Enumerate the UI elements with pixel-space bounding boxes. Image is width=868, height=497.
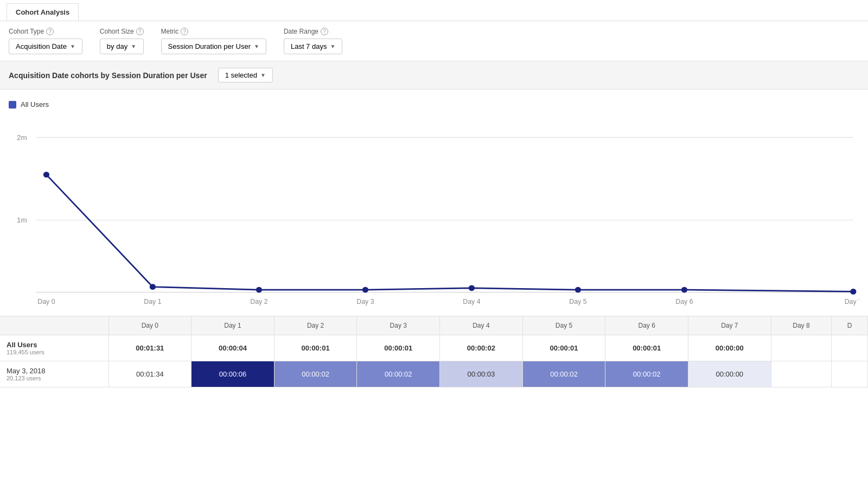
x-label-day5: Day 5 [569, 298, 586, 305]
legend-swatch [9, 101, 16, 109]
cohort-size-help-icon[interactable]: ? [136, 28, 144, 35]
may3-day4: 00:00:03 [440, 361, 523, 387]
all-users-day2: 00:00:01 [274, 335, 357, 361]
col-header-day6: Day 6 [605, 316, 688, 335]
selected-arrow-icon: ▼ [260, 72, 266, 78]
cohort-analysis-tab[interactable]: Cohort Analysis [7, 3, 79, 21]
metric-label: Metric ? [161, 28, 266, 35]
x-label-day0: Day 0 [37, 298, 55, 305]
data-point-day2[interactable] [256, 287, 262, 293]
metric-arrow-icon: ▼ [254, 43, 259, 49]
all-users-day8 [771, 335, 832, 361]
data-point-day5[interactable] [575, 287, 581, 293]
data-point-day1[interactable] [150, 284, 156, 290]
cohort-type-arrow-icon: ▼ [70, 43, 75, 49]
all-users-d [832, 335, 868, 361]
table-row-all-users: All Users 119,455 users 00:01:31 00:00:0… [0, 335, 868, 361]
all-users-day7: 00:00:00 [688, 335, 771, 361]
cohort-table-section: Day 0 Day 1 Day 2 Day 3 Day 4 Day 5 Day … [0, 316, 868, 387]
col-header-day2: Day 2 [274, 316, 357, 335]
data-point-day0[interactable] [43, 171, 49, 177]
may3-label: May 3, 2018 20,123 users [0, 361, 108, 387]
chart-title: Acquisition Date cohorts by Session Dura… [9, 71, 207, 80]
all-users-label: All Users 119,455 users [0, 335, 108, 361]
date-range-label: Date Range ? [284, 28, 342, 35]
metric-help-icon[interactable]: ? [181, 28, 188, 35]
may3-day0: 00:01:34 [108, 361, 192, 387]
may3-day6: 00:00:02 [605, 361, 688, 387]
x-label-day3: Day 3 [356, 298, 374, 305]
all-users-day5: 00:00:01 [522, 335, 605, 361]
date-range-help-icon[interactable]: ? [321, 28, 328, 35]
col-header-day1: Day 1 [192, 316, 275, 335]
controls-bar: Cohort Type ? Acquisition Date ▼ Cohort … [0, 21, 868, 61]
all-users-day1: 00:00:04 [192, 335, 275, 361]
col-header-day4: Day 4 [440, 316, 523, 335]
col-header-day7: Day 7 [688, 316, 771, 335]
table-header-row: Day 0 Day 1 Day 2 Day 3 Day 4 Day 5 Day … [0, 316, 868, 335]
date-range-dropdown[interactable]: Last 7 days ▼ [284, 39, 342, 54]
cohort-size-dropdown[interactable]: by day ▼ [100, 39, 144, 54]
col-header-day3: Day 3 [357, 316, 440, 335]
metric-dropdown[interactable]: Session Duration per User ▼ [161, 39, 266, 54]
x-label-day7: Day 7 [845, 298, 859, 305]
may3-day5: 00:00:02 [522, 361, 605, 387]
all-users-day4: 00:00:02 [440, 335, 523, 361]
all-users-day0: 00:01:31 [108, 335, 192, 361]
may3-d [832, 361, 868, 387]
may3-day2: 00:00:02 [274, 361, 357, 387]
data-point-day4[interactable] [469, 285, 475, 291]
cohort-type-label: Cohort Type ? [9, 28, 82, 35]
date-range-arrow-icon: ▼ [330, 43, 335, 49]
cohort-size-group: Cohort Size ? by day ▼ [100, 28, 144, 54]
x-label-day2: Day 2 [250, 298, 267, 305]
date-range-group: Date Range ? Last 7 days ▼ [284, 28, 342, 54]
col-header-d: D [832, 316, 868, 335]
table-row-may3: May 3, 2018 20,123 users 00:01:34 00:00:… [0, 361, 868, 387]
cohort-type-help-icon[interactable]: ? [46, 28, 54, 35]
chart-legend: All Users [9, 100, 859, 109]
line-chart-container: 2m 1m Day 0 Day 1 Day 2 Da [9, 115, 859, 316]
data-point-day3[interactable] [362, 287, 368, 293]
cohort-type-dropdown[interactable]: Acquisition Date ▼ [9, 39, 82, 54]
x-label-day1: Day 1 [144, 298, 161, 305]
cohort-type-group: Cohort Type ? Acquisition Date ▼ [9, 28, 82, 54]
may3-day7: 00:00:00 [688, 361, 771, 387]
may3-day1: 00:00:06 [192, 361, 275, 387]
all-users-day6: 00:00:01 [605, 335, 688, 361]
cohort-size-label: Cohort Size ? [100, 28, 144, 35]
x-label-day4: Day 4 [463, 298, 480, 305]
y-label-2m: 2m [17, 133, 27, 142]
cohort-table: Day 0 Day 1 Day 2 Day 3 Day 4 Day 5 Day … [0, 316, 868, 387]
data-point-day7[interactable] [850, 289, 856, 295]
chart-header: Acquisition Date cohorts by Session Dura… [0, 61, 868, 90]
selected-dropdown[interactable]: 1 selected ▼ [218, 68, 273, 82]
chart-line [46, 175, 853, 291]
all-users-day3: 00:00:01 [357, 335, 440, 361]
metric-group: Metric ? Session Duration per User ▼ [161, 28, 266, 54]
may3-day3: 00:00:02 [357, 361, 440, 387]
y-label-1m: 1m [17, 216, 27, 224]
col-header-day8: Day 8 [771, 316, 832, 335]
data-point-day6[interactable] [681, 287, 687, 293]
tab-bar: Cohort Analysis [0, 0, 868, 21]
col-header-label [0, 316, 108, 335]
line-chart-svg: 2m 1m Day 0 Day 1 Day 2 Da [9, 115, 859, 316]
may3-day8 [771, 361, 832, 387]
legend-label: All Users [21, 100, 49, 109]
chart-area: All Users 2m 1m Day [0, 90, 868, 316]
col-header-day0: Day 0 [108, 316, 192, 335]
col-header-day5: Day 5 [522, 316, 605, 335]
cohort-size-arrow-icon: ▼ [131, 43, 136, 49]
x-label-day6: Day 6 [675, 298, 693, 305]
